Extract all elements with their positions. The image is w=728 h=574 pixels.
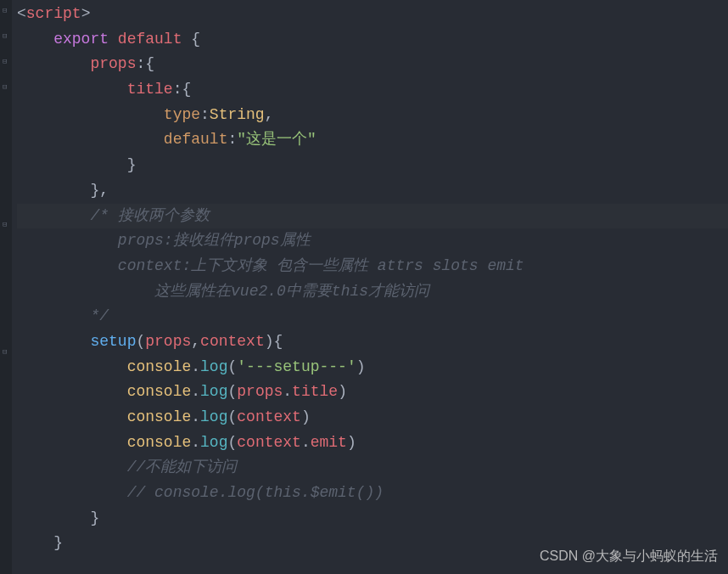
code-line: console.log(context) bbox=[17, 405, 728, 430]
code-line: console.log('---setup---') bbox=[17, 355, 728, 380]
code-line: console.log(props.title) bbox=[17, 380, 728, 405]
code-line: //不能如下访问 bbox=[17, 455, 728, 481]
fold-icon[interactable]: ⊟ bbox=[3, 5, 9, 12]
code-line: } bbox=[17, 506, 728, 532]
fold-gutter: ⊟ ⊟ ⊟ ⊟ ⊟ ⊟ bbox=[0, 0, 12, 574]
code-line: props:接收组件props属性 bbox=[17, 228, 728, 254]
code-line: title:{ bbox=[17, 77, 728, 103]
fold-icon[interactable]: ⊟ bbox=[3, 31, 9, 37]
code-line: /* 接收两个参数 bbox=[17, 204, 728, 229]
code-line: default:"这是一个" bbox=[17, 127, 728, 153]
code-line: <script> bbox=[17, 2, 728, 27]
code-line: console.log(context.emit) bbox=[17, 430, 728, 456]
code-line: } bbox=[17, 153, 728, 178]
watermark: CSDN @大象与小蚂蚁的生活 bbox=[540, 545, 718, 567]
code-line: type:String, bbox=[17, 103, 728, 128]
code-line: props:{ bbox=[17, 52, 728, 77]
code-line: */ bbox=[17, 304, 728, 329]
code-line: }, bbox=[17, 178, 728, 204]
code-line: setup(props,context){ bbox=[17, 329, 728, 355]
code-line: // console.log(this.$emit()) bbox=[17, 481, 728, 506]
fold-icon[interactable]: ⊟ bbox=[3, 346, 9, 353]
fold-icon[interactable]: ⊟ bbox=[3, 82, 9, 88]
fold-icon[interactable]: ⊟ bbox=[3, 219, 9, 226]
code-editor[interactable]: <script> export default { props:{ title:… bbox=[0, 0, 728, 556]
fold-icon[interactable]: ⊟ bbox=[3, 56, 9, 63]
code-line: export default { bbox=[17, 27, 728, 53]
code-line: 这些属性在vue2.0中需要this才能访问 bbox=[17, 279, 728, 305]
code-line: context:上下文对象 包含一些属性 attrs slots emit bbox=[17, 254, 728, 279]
